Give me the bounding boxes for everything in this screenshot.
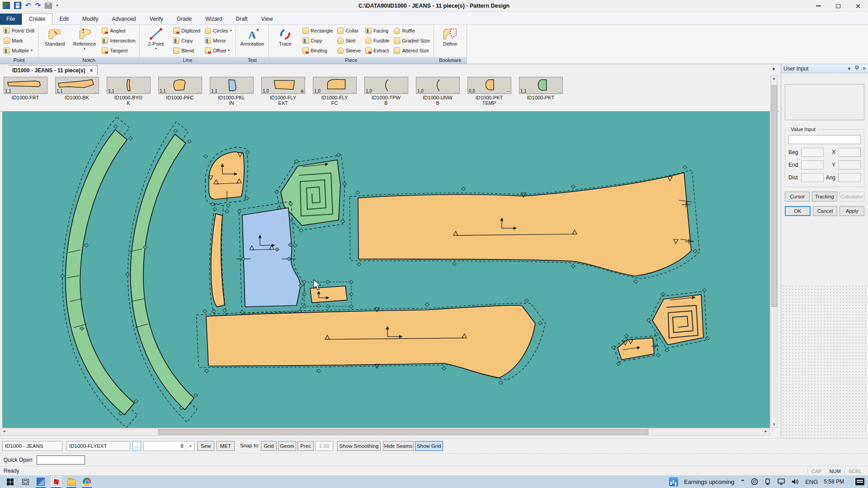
tab-list-dropdown-icon[interactable]: ▼ [772, 67, 776, 71]
start-button[interactable] [5, 476, 15, 487]
ribbon-button-altered-size[interactable]: Altered Size [393, 46, 430, 55]
selected-fly-piece[interactable] [302, 280, 354, 308]
panel-close-icon[interactable]: × [863, 66, 866, 72]
scroll-down-icon[interactable]: ▼ [771, 422, 777, 427]
tab-verify[interactable]: Verify [143, 14, 170, 25]
cursor-button[interactable]: Cursor [785, 192, 810, 202]
ribbon-button-multiple[interactable]: Multiple▾ [3, 46, 35, 55]
dist-field[interactable] [801, 173, 824, 182]
ribbon-button-fusible[interactable]: Fusible [364, 36, 390, 45]
language-indicator[interactable]: ENG [805, 479, 818, 485]
tray-shield-icon[interactable] [751, 478, 758, 485]
scroll-right-icon[interactable]: ► [763, 429, 769, 435]
ribbon-button-copy-piece[interactable]: Copy [302, 36, 334, 45]
fly-inner-blue-piece[interactable] [236, 202, 304, 314]
piece-thumbnail[interactable]: 1,1… [210, 77, 254, 94]
select-caret-icon[interactable]: ▼ [186, 441, 194, 450]
hide-seams-button[interactable]: Hide Seams [383, 441, 414, 451]
waistband-piece-right[interactable] [126, 122, 198, 422]
quick-open-input[interactable] [37, 455, 85, 465]
taskbar-app-explorer[interactable] [35, 476, 46, 487]
restore-button[interactable] [828, 0, 848, 12]
tab-modify[interactable]: Modify [75, 14, 105, 25]
ribbon-button-extract[interactable]: Extract [364, 46, 390, 55]
snap-geom-button[interactable]: Geom [278, 441, 296, 451]
tab-view[interactable]: View [255, 14, 280, 25]
ok-button[interactable]: OK [785, 206, 811, 216]
tab-wizard[interactable]: Wizard [198, 14, 229, 25]
tab-advanced[interactable]: Advanced [105, 14, 142, 25]
tab-edit[interactable]: Edit [52, 14, 75, 25]
ribbon-button-mirror[interactable]: Mirror [204, 36, 233, 45]
redo-icon[interactable]: ↷ [35, 2, 41, 9]
cancel-button[interactable]: Cancel [813, 206, 838, 216]
taskbar-app-file-explorer[interactable] [66, 476, 77, 487]
taskbar-app-pattern-design[interactable] [51, 476, 61, 487]
size-select[interactable]: 8 ▼ [143, 441, 194, 451]
ribbon-button-mark[interactable]: Mark [3, 36, 35, 45]
ribbon-button-binding[interactable]: Binding [302, 46, 334, 55]
browse-button[interactable]: ... [132, 441, 141, 451]
tray-speaker-icon[interactable] [791, 478, 799, 485]
sew-button[interactable]: Sew [197, 441, 214, 451]
ang-field[interactable] [838, 173, 861, 182]
ribbon-button-angled[interactable]: Angled [101, 26, 137, 35]
vertical-scrollbar[interactable]: ▲ ▼ [770, 75, 778, 428]
piece-name-field[interactable]: ID1000-FLYEXT [66, 441, 130, 451]
ribbon-button-ruffle[interactable]: Ruffle [393, 26, 430, 35]
tray-usb-icon[interactable] [764, 478, 771, 485]
earnings-widget-text[interactable]: Earnings upcoming [684, 479, 734, 485]
snap-grid-button[interactable]: Grid [261, 441, 277, 451]
tray-network-icon[interactable] [777, 478, 785, 485]
ribbon-button-copy-line[interactable]: Copy [172, 36, 201, 45]
print-icon[interactable] [45, 3, 52, 9]
panel-menu-caret-icon[interactable]: ▼ [847, 66, 851, 71]
ribbon-button-annotation[interactable]: A Annotation [239, 26, 266, 47]
ribbon-button-skirt[interactable]: Skirt [336, 36, 362, 45]
ribbon-button-collar[interactable]: Collar [336, 26, 362, 35]
pocket-facing-piece[interactable] [204, 147, 250, 207]
earnings-widget-icon[interactable] [669, 477, 678, 486]
pocket-template-orange[interactable] [647, 288, 710, 352]
piece-thumbnail[interactable]: 1,1… [158, 77, 202, 94]
ribbon-button-graded-size[interactable]: Graded Size [393, 36, 430, 45]
precision-value-field[interactable]: 1.00 [315, 441, 333, 451]
piece-thumbnail[interactable]: 1,1… [55, 77, 99, 94]
tab-close-icon[interactable]: × [90, 67, 93, 74]
show-smoothing-button[interactable]: Show Smoothing [337, 441, 381, 451]
task-view-button[interactable] [20, 476, 31, 487]
pin-icon[interactable] [855, 66, 859, 71]
piece-thumbnail[interactable]: 1,0… [364, 77, 408, 94]
sliver-piece[interactable] [210, 203, 229, 317]
clock[interactable]: 5:58 PM [824, 479, 844, 485]
ribbon-button-offset[interactable]: Offset▾ [204, 46, 233, 55]
show-grid-button[interactable]: Show Grid [415, 441, 443, 451]
front-panel-piece[interactable] [350, 165, 700, 283]
piece-thumbnail[interactable]: 1,1… [4, 77, 47, 94]
beg-field[interactable] [801, 148, 824, 157]
ribbon-button-sleeve[interactable]: Sleeve [336, 46, 362, 55]
ribbon-button-reference[interactable]: Reference ▾ [71, 26, 98, 51]
ribbon-button-blend[interactable]: Blend [172, 46, 201, 55]
close-button[interactable]: ✕ [848, 0, 868, 12]
minimize-button[interactable] [808, 0, 828, 12]
save-icon[interactable] [14, 2, 21, 9]
ribbon-button-2point[interactable]: 2-Point ▾ [142, 26, 170, 51]
ribbon-button-trace[interactable]: Trace [272, 26, 299, 47]
waistband-piece-left[interactable] [61, 117, 138, 428]
tracking-button[interactable]: Tracking [812, 192, 837, 202]
small-waistband-piece[interactable] [612, 333, 660, 366]
piece-thumbnail[interactable]: 1,0⊞ [261, 77, 305, 94]
ribbon-button-digitized[interactable]: Digitized [172, 26, 201, 35]
piece-thumbnail[interactable]: 1,0… [313, 77, 357, 94]
document-tab[interactable]: ID1000 - JEANS - 11 piece(s) × [4, 65, 98, 75]
end-field[interactable] [801, 160, 824, 169]
piece-thumbnail[interactable]: 0,0— [467, 77, 511, 94]
ribbon-button-define[interactable]: Define [437, 26, 464, 47]
scroll-left-icon[interactable]: ◄ [1, 429, 7, 435]
ribbon-button-rectangle[interactable]: Rectangle [302, 26, 334, 35]
horizontal-scrollbar[interactable]: ◄ ► [0, 428, 770, 436]
ribbon-button-circles[interactable]: Circles▾ [204, 26, 233, 35]
ribbon-button-intersection[interactable]: Intersection [101, 36, 137, 45]
tab-draft[interactable]: Draft [229, 14, 255, 25]
